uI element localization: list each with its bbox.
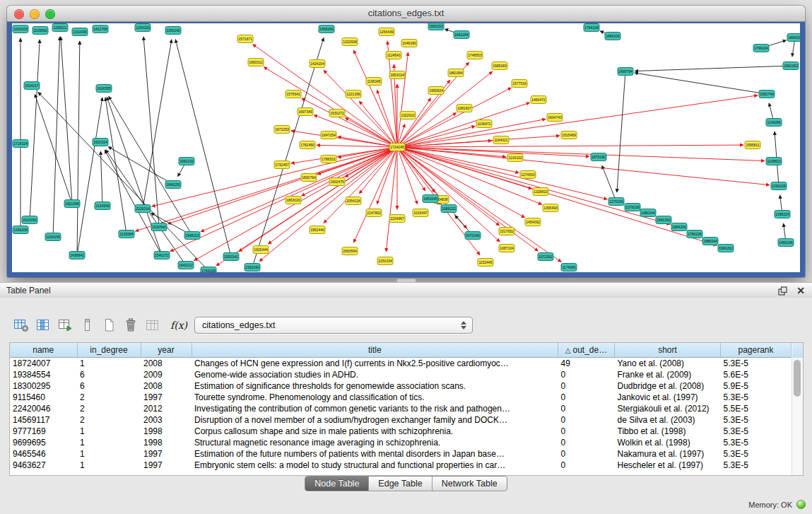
graph-edge[interactable]	[397, 147, 525, 218]
graph-node[interactable]: 1796224	[753, 45, 769, 52]
table-cell[interactable]: 0	[558, 448, 615, 460]
graph-node[interactable]: 1152445	[478, 259, 493, 267]
graph-node[interactable]: 1952440	[310, 226, 325, 234]
table-cell[interactable]: 2009	[141, 369, 192, 380]
graph-edge[interactable]	[635, 73, 767, 94]
graph-node[interactable]: 1254439	[379, 28, 394, 36]
table-cell[interactable]: de Silva et al. (2003)	[615, 414, 721, 426]
table-cell[interactable]: 0	[558, 403, 615, 414]
graph-edge[interactable]	[397, 126, 475, 147]
close-panel-icon[interactable]: ✕	[795, 285, 806, 296]
graph-node[interactable]: 1948223	[184, 232, 200, 240]
graph-node[interactable]: 1530272	[329, 110, 345, 117]
table-cell[interactable]: 1	[77, 448, 141, 460]
table-cell[interactable]: 1997	[141, 448, 192, 460]
graph-node[interactable]: 1724045	[389, 144, 405, 151]
graph-node[interactable]: 1322608	[342, 38, 358, 46]
graph-edge[interactable]	[397, 147, 770, 185]
table-row[interactable]: 977716911998Corpus callosum shape and si…	[10, 426, 792, 437]
table-cell[interactable]: 1	[77, 437, 141, 448]
graph-node[interactable]: 1490246	[778, 239, 794, 247]
show-columns-button[interactable]	[33, 316, 53, 334]
graph-node[interactable]: 1517652	[499, 228, 514, 235]
graph-node[interactable]: 2050241	[223, 253, 239, 261]
table-cell[interactable]: 6	[77, 380, 141, 392]
graph-edge[interactable]	[359, 147, 397, 194]
graph-node[interactable]: 1786531	[321, 156, 336, 163]
graph-node[interactable]: 1921068	[64, 200, 80, 208]
graph-node[interactable]: 1454092	[525, 218, 541, 226]
table-cell[interactable]: 1998	[141, 437, 192, 448]
table-cell[interactable]: 0	[558, 437, 615, 448]
tab-node-table[interactable]: Node Table	[305, 477, 369, 491]
table-select[interactable]: citations_edges.txt	[194, 317, 473, 334]
graph-edge[interactable]	[201, 147, 397, 232]
network-view[interactable]: 1724045185302411963451221396153027216472…	[12, 23, 800, 272]
table-cell[interactable]: 1997	[141, 392, 192, 403]
graph-node[interactable]: 1208211	[52, 24, 68, 32]
graph-node[interactable]: 1662284	[454, 31, 469, 39]
graph-node[interactable]: 1194266	[766, 119, 782, 127]
graph-edge[interactable]	[167, 147, 397, 224]
graph-node[interactable]: 1221396	[346, 90, 361, 98]
table-cell[interactable]: 5.5E-5	[721, 403, 792, 414]
graph-node[interactable]: 2124540	[95, 202, 110, 210]
graph-node[interactable]: 2204967	[389, 215, 405, 223]
table-cell[interactable]: Tourette syndrome. Phenomenology and cla…	[192, 392, 558, 403]
table-cell[interactable]: 14569117	[10, 414, 77, 426]
graph-node[interactable]: 1604743	[547, 114, 563, 122]
table-row[interactable]: 946362711997Embryonic stem cells: a mode…	[10, 460, 792, 471]
graph-node[interactable]: 1571871	[237, 35, 253, 43]
graph-node[interactable]: 1764228	[584, 24, 599, 32]
table-row[interactable]: 1872400712008Changes of HCN gene express…	[10, 358, 792, 370]
graph-edge[interactable]	[635, 66, 791, 71]
graph-node[interactable]: 1296208	[771, 182, 787, 190]
graph-node[interactable]: 1540272	[154, 252, 170, 259]
graph-node[interactable]: 1853024	[389, 71, 405, 79]
graph-node[interactable]: 1092744	[759, 90, 775, 98]
table-cell[interactable]: 5.6E-5	[721, 369, 792, 380]
table-cell[interactable]: 49	[558, 358, 615, 370]
table-cell[interactable]: Tibbo et al. (1998)	[615, 426, 721, 437]
table-cell[interactable]: 5.3E-5	[721, 460, 792, 471]
table-cell[interactable]: 2	[77, 392, 141, 403]
table-row[interactable]: 969969511998Structural magnetic resonanc…	[10, 437, 792, 448]
table-cell[interactable]: 2	[77, 403, 141, 414]
graph-node[interactable]: 1124543	[386, 52, 401, 59]
graph-node[interactable]: 1560203	[428, 23, 444, 30]
graph-edge[interactable]	[175, 40, 231, 257]
delete-button[interactable]	[121, 316, 141, 334]
graph-edge[interactable]	[397, 147, 670, 224]
graph-node[interactable]: 1684206	[671, 223, 687, 231]
table-cell[interactable]: 9777169	[10, 426, 77, 437]
graph-edge[interactable]	[77, 41, 80, 255]
graph-edge[interactable]	[105, 150, 162, 255]
graph-node[interactable]: 1595811	[745, 141, 760, 149]
table-cell[interactable]: 2008	[141, 358, 192, 370]
graph-node[interactable]: 1132084	[119, 230, 134, 238]
graph-node[interactable]: 1718324	[13, 140, 28, 148]
graph-edge[interactable]	[397, 145, 743, 147]
window-titlebar[interactable]: citations_edges.txt	[7, 6, 805, 22]
graph-node[interactable]: 1968222	[441, 205, 457, 213]
table-cell[interactable]: 0	[558, 426, 615, 437]
table-cell[interactable]: 5.3E-5	[721, 358, 792, 370]
table-cell[interactable]: Investigating the contribution of common…	[192, 403, 558, 414]
graph-node[interactable]: 1049180	[401, 40, 417, 47]
graph-node[interactable]: 1863020	[286, 197, 301, 204]
table-cell[interactable]: Dudbridge et al. (2008)	[615, 380, 721, 392]
graph-node[interactable]: 1786228	[687, 230, 702, 238]
graph-node[interactable]: 1395493	[543, 204, 558, 212]
graph-edge[interactable]	[397, 136, 560, 147]
graph-node[interactable]: 1853045	[423, 195, 438, 203]
graph-node[interactable]: 1694208	[787, 34, 800, 42]
graph-node[interactable]: 1888244	[702, 238, 718, 245]
graph-node[interactable]: 1216102	[507, 154, 523, 162]
graph-edge[interactable]	[53, 37, 60, 237]
graph-node[interactable]: 1744209	[201, 267, 216, 273]
graph-edge[interactable]	[30, 40, 40, 220]
graph-node[interactable]: 1732457	[274, 161, 290, 169]
graph-node[interactable]: 1072262	[538, 253, 553, 261]
table-cell[interactable]: Stergiakouli et al. (2012)	[615, 403, 721, 414]
table-cell[interactable]: Estimation of significance thresholds fo…	[192, 380, 558, 392]
